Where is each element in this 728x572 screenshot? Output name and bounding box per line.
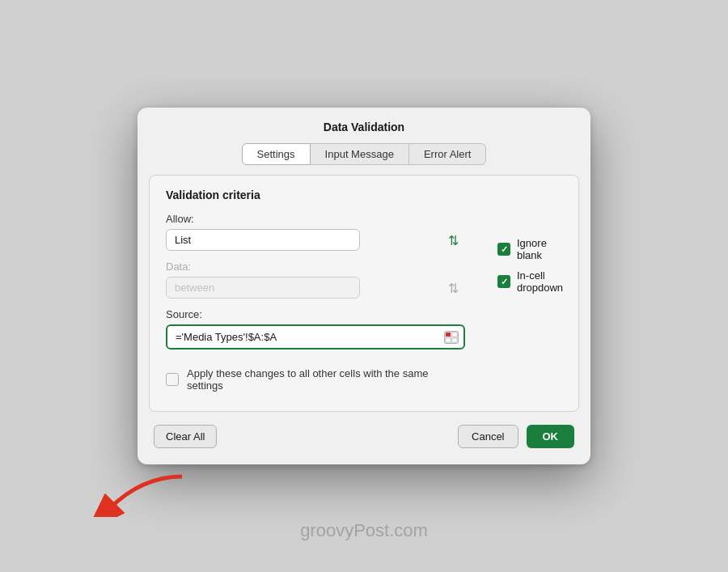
in-cell-dropdown-label: In-cell dropdown: [517, 269, 563, 294]
clear-all-button[interactable]: Clear All: [154, 425, 217, 448]
cancel-button[interactable]: Cancel: [458, 425, 518, 448]
data-validation-dialog: Data Validation Settings Input Message E…: [138, 108, 590, 464]
tab-settings[interactable]: Settings: [242, 143, 311, 165]
allow-select-arrow-icon: ⇅: [448, 232, 459, 248]
svg-rect-1: [446, 333, 451, 337]
footer-right: Cancel OK: [458, 425, 574, 448]
svg-rect-4: [452, 338, 457, 342]
apply-text: Apply these changes to all other cells w…: [187, 367, 465, 392]
apply-checkbox[interactable]: [166, 373, 179, 386]
form-right: ✓ Ignore blank ✓ In-cell dropdown: [497, 213, 563, 294]
data-select-arrow-icon: ⇅: [448, 280, 459, 295]
in-cell-dropdown-row: ✓ In-cell dropdown: [497, 269, 563, 294]
form-left: Allow: List ⇅ Data: between ⇅ Source:: [166, 213, 465, 392]
allow-label: Allow:: [166, 213, 465, 225]
ignore-blank-checkbox[interactable]: ✓: [497, 243, 510, 256]
ignore-blank-row: ✓ Ignore blank: [497, 237, 563, 261]
source-input[interactable]: [166, 324, 465, 350]
in-cell-dropdown-checkmark: ✓: [501, 278, 508, 286]
dialog-body: Validation criteria Allow: List ⇅ Data: …: [149, 175, 579, 412]
source-label: Source:: [166, 308, 465, 320]
form-layout: Allow: List ⇅ Data: between ⇅ Source:: [166, 213, 562, 392]
apply-row: Apply these changes to all other cells w…: [166, 367, 465, 392]
tab-error-alert[interactable]: Error Alert: [409, 143, 487, 165]
section-title: Validation criteria: [166, 189, 562, 201]
allow-select-wrapper: List ⇅: [166, 229, 465, 251]
source-range-picker-icon[interactable]: [442, 329, 460, 345]
tab-bar: Settings Input Message Error Alert: [138, 143, 590, 175]
ok-button[interactable]: OK: [527, 425, 575, 448]
allow-select[interactable]: List: [166, 229, 360, 251]
ignore-blank-checkmark: ✓: [501, 245, 508, 254]
dialog-footer: Clear All Cancel OK: [138, 412, 590, 448]
dialog-title: Data Validation: [138, 108, 590, 143]
data-select-wrapper: between ⇅: [166, 277, 465, 299]
svg-rect-2: [452, 333, 457, 337]
data-select[interactable]: between: [166, 277, 360, 299]
svg-rect-3: [446, 338, 451, 342]
arrow-annotation: [93, 468, 190, 517]
tab-input-message[interactable]: Input Message: [311, 143, 409, 165]
ignore-blank-label: Ignore blank: [517, 237, 563, 261]
in-cell-dropdown-checkbox[interactable]: ✓: [497, 275, 510, 288]
data-label: Data:: [166, 261, 465, 273]
source-field-wrapper: [166, 324, 465, 350]
watermark: groovyPost.com: [300, 520, 428, 541]
